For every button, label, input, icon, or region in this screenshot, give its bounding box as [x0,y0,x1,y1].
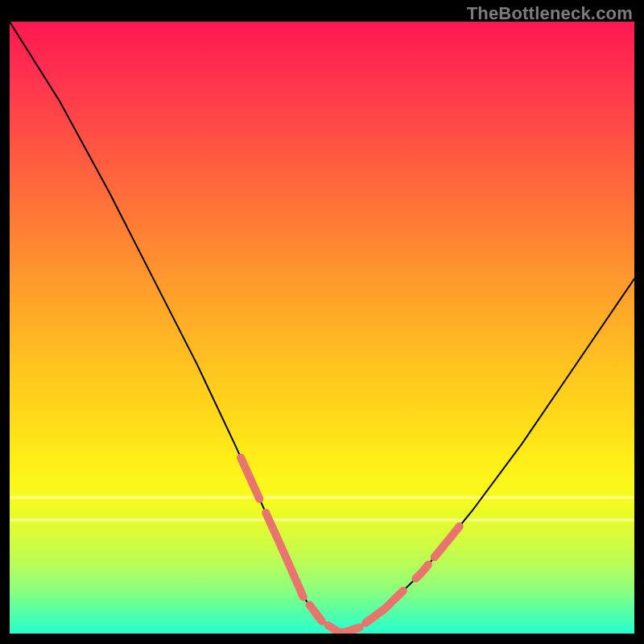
bottleneck-curve [10,22,634,634]
highlight-segment-2 [310,605,323,621]
plot-area [10,22,634,634]
highlight-segment-6 [435,526,460,557]
highlight-segment-0 [241,458,259,499]
highlight-segment-4 [365,591,403,623]
highlight-segment-1 [266,513,303,597]
highlight-segment-5 [415,565,428,579]
curve-svg [10,22,634,634]
chart-frame: TheBottleneck.com [0,0,644,644]
highlight-segment-3 [328,625,360,633]
